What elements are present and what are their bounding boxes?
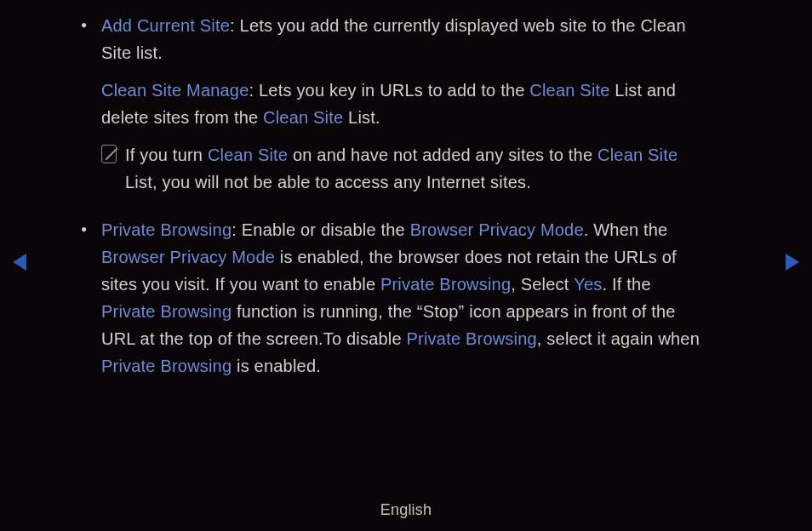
- paragraph: Add Current Site: Lets you add the curre…: [101, 12, 706, 66]
- text: on and have not added any sites to the: [288, 146, 598, 164]
- nav-next-arrow[interactable]: [786, 254, 799, 271]
- footer-language: English: [0, 498, 812, 522]
- text: , select it again when: [537, 329, 700, 348]
- term-add-current-site: Add Current Site: [101, 16, 230, 35]
- page-content: Add Current Site: Lets you add the curre…: [0, 0, 758, 380]
- term-private-browsing: Private Browsing: [380, 275, 511, 294]
- bullet-item-add-current-site: Add Current Site: Lets you add the curre…: [81, 12, 706, 196]
- bullet-item-private-browsing: Private Browsing: Enable or disable the …: [81, 216, 706, 380]
- paragraph: Clean Site Manage: Lets you key in URLs …: [101, 77, 706, 131]
- text: List, you will not be able to access any…: [125, 173, 531, 191]
- text: . If the: [603, 275, 651, 294]
- term-clean-site: Clean Site: [529, 81, 609, 100]
- term-private-browsing: Private Browsing: [407, 329, 537, 348]
- term-clean-site: Clean Site: [598, 146, 678, 164]
- text: List.: [343, 108, 380, 127]
- term-browser-privacy-mode: Browser Privacy Mode: [410, 220, 584, 239]
- note-text: If you turn Clean Site on and have not a…: [125, 141, 706, 196]
- text: If you turn: [125, 146, 208, 164]
- nav-prev-arrow[interactable]: [13, 254, 26, 271]
- text: , Select: [511, 275, 574, 294]
- term-clean-site: Clean Site: [208, 146, 288, 164]
- term-browser-privacy-mode: Browser Privacy Mode: [101, 248, 275, 266]
- term-private-browsing: Private Browsing: [101, 302, 232, 321]
- term-private-browsing: Private Browsing: [101, 220, 232, 239]
- paragraph: Private Browsing: Enable or disable the …: [101, 216, 706, 380]
- text: : Enable or disable the: [232, 220, 409, 239]
- text: is enabled.: [232, 357, 321, 375]
- text: . When the: [584, 220, 668, 239]
- term-clean-site-manage: Clean Site Manage: [101, 81, 249, 100]
- note-icon: [101, 145, 117, 163]
- term-clean-site: Clean Site: [263, 108, 343, 127]
- note: If you turn Clean Site on and have not a…: [101, 141, 706, 196]
- text: : Lets you key in URLs to add to the: [249, 81, 530, 100]
- term-private-browsing: Private Browsing: [101, 357, 232, 375]
- term-yes: Yes: [574, 275, 602, 294]
